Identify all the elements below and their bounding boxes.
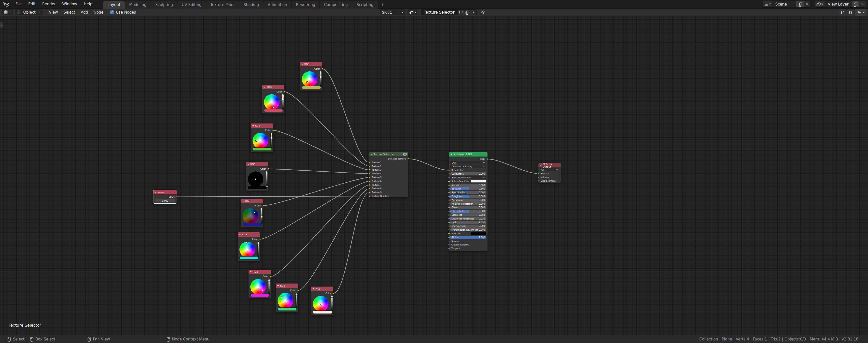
scene-new-button[interactable]	[796, 1, 804, 7]
tab-animation[interactable]: Animation	[264, 1, 291, 8]
socket-color[interactable]	[259, 238, 261, 240]
color-swatch-bar[interactable]	[313, 310, 332, 314]
row-subsurface-color[interactable]: Subsurface Color	[449, 180, 488, 183]
row-subsurface[interactable]: Subsurface0.000	[449, 172, 488, 175]
socket-subsurface[interactable]	[448, 173, 450, 175]
slider-anisotropic[interactable]: Anisotropic0.000	[451, 199, 486, 202]
value-slider[interactable]	[282, 94, 284, 110]
color-swatch-bar[interactable]	[240, 256, 259, 260]
row-roughness[interactable]: Roughness0.500	[449, 195, 488, 198]
color-swatch-bar[interactable]	[278, 307, 297, 311]
menu-add[interactable]: Add	[78, 10, 91, 14]
menu-node[interactable]: Node	[91, 10, 106, 14]
node-matout[interactable]: Material OutputAllSurfaceVolumeDisplacem…	[538, 163, 561, 183]
menu-select[interactable]: Select	[61, 10, 78, 14]
collapse-icon[interactable]	[451, 154, 452, 155]
socket-color[interactable]	[262, 205, 264, 207]
socket-color[interactable]	[268, 168, 269, 170]
node-bsdf[interactable]: Principled BSDFBSDFGGXChristensen-Burley…	[449, 152, 488, 251]
value-slider[interactable]	[266, 171, 268, 187]
node-header-rgb3[interactable]: RGB	[251, 124, 273, 128]
socket-transmission-roughness[interactable]	[448, 229, 450, 231]
tab-rendering[interactable]: Rendering	[292, 1, 320, 8]
color-wheel[interactable]	[313, 296, 329, 311]
socket-surface[interactable]	[537, 173, 539, 174]
socket-texture-6[interactable]	[368, 180, 370, 182]
socket-roughness[interactable]	[448, 195, 450, 197]
socket-value[interactable]	[176, 196, 178, 198]
color-wheel[interactable]	[250, 279, 266, 295]
new-material-button[interactable]	[464, 9, 470, 15]
value-slider-handle[interactable]	[320, 76, 322, 78]
socket-color[interactable]	[272, 130, 274, 131]
row-anisotropic[interactable]: Anisotropic0.000	[449, 199, 488, 202]
socket-alpha[interactable]	[448, 236, 450, 238]
scene-selector-button[interactable]	[763, 1, 772, 7]
slot-dropdown[interactable]: Slot 1	[380, 9, 405, 15]
collapse-icon[interactable]	[540, 165, 541, 166]
value-slider[interactable]	[331, 296, 333, 312]
socket-bsdf[interactable]	[487, 158, 489, 160]
socket-texture-4[interactable]	[368, 173, 370, 175]
value-slider[interactable]	[296, 293, 298, 309]
value-slider-handle[interactable]	[282, 98, 284, 100]
scene-name[interactable]: Scene	[772, 2, 796, 6]
wheel-cursor[interactable]	[255, 178, 257, 180]
value-slider-handle[interactable]	[331, 296, 333, 298]
use-nodes-checkbox[interactable]: ✓	[110, 10, 114, 14]
wheel-cursor[interactable]	[255, 140, 257, 142]
row-emission[interactable]: Emission	[449, 232, 488, 235]
collapse-icon[interactable]	[250, 271, 252, 272]
color-swatch-bar[interactable]	[243, 223, 262, 226]
socket-clearcoat-normal[interactable]	[448, 244, 450, 246]
color-swatch-bar[interactable]	[264, 109, 283, 112]
collapse-icon[interactable]	[313, 288, 314, 289]
socket-metallic[interactable]	[448, 184, 450, 186]
scene-unlink-button[interactable]: ✕	[804, 1, 810, 7]
value-slider-handle[interactable]	[296, 294, 298, 296]
socket-color[interactable]	[270, 276, 272, 277]
collapse-icon[interactable]	[248, 164, 249, 165]
collapse-icon[interactable]	[252, 125, 254, 126]
row-anisotropic-rotation[interactable]: Anisotropic Rotation0.000	[449, 202, 488, 205]
tab-texture-paint[interactable]: Texture Paint	[206, 1, 239, 8]
row-sheen-tint[interactable]: Sheen Tint0.500	[449, 210, 488, 213]
socket-displacement[interactable]	[537, 180, 539, 182]
socket-selected-texture[interactable]	[407, 158, 409, 160]
socket-color[interactable]	[321, 68, 323, 70]
node-header-texsel[interactable]: Texture Selector	[369, 152, 408, 156]
snapping-toggle-button[interactable]	[847, 9, 854, 15]
dropdown-all[interactable]: All	[540, 168, 559, 171]
wheel-cursor[interactable]	[273, 106, 274, 108]
node-header-rgb2[interactable]: RGB	[262, 85, 284, 89]
wheel-cursor[interactable]	[281, 296, 283, 298]
socket-texture-5[interactable]	[368, 176, 370, 178]
wheel-cursor[interactable]	[254, 211, 256, 213]
row-transmission[interactable]: Transmission0.000	[449, 225, 488, 228]
node-rgb2[interactable]: RGBColor	[262, 85, 285, 114]
node-header-rgb4[interactable]: RGB	[246, 162, 268, 166]
dropdown-christensen-burley[interactable]: Christensen-Burley	[451, 165, 486, 168]
parent-tree-button[interactable]	[839, 9, 846, 15]
value-slider[interactable]	[271, 133, 273, 149]
value-slider[interactable]	[320, 71, 322, 87]
value-slider[interactable]	[268, 279, 270, 295]
row-transmission-roughness[interactable]: Transmission Roughness0.000	[449, 228, 488, 231]
socket-texture-7[interactable]	[368, 184, 370, 186]
slider-anisotropic-rotation[interactable]: Anisotropic Rotation0.000	[451, 202, 486, 205]
material-name-field[interactable]: Texture Selector	[421, 9, 458, 15]
socket-texture-3[interactable]	[368, 169, 370, 171]
unlink-material-button[interactable]: ✕	[470, 9, 476, 15]
slider-specular-tint[interactable]: Specular Tint0.000	[451, 191, 486, 194]
node-header-bsdf[interactable]: Principled BSDF	[449, 152, 488, 157]
socket-sheen[interactable]	[448, 207, 450, 208]
node-value[interactable]: ValueValue1.000	[153, 190, 177, 204]
node-header-rgb8[interactable]: RGB	[276, 283, 298, 288]
slider-specular[interactable]: Specular0.500	[451, 187, 486, 190]
node-header-rgb7[interactable]: RGB	[249, 270, 271, 274]
row-specular-tint[interactable]: Specular Tint0.000	[449, 191, 488, 194]
color-wheel[interactable]	[243, 208, 258, 224]
fake-user-button[interactable]	[458, 9, 464, 15]
tab-sculpting[interactable]: Sculpting	[151, 1, 177, 8]
field-ior[interactable]: IOR1.450	[451, 221, 486, 224]
